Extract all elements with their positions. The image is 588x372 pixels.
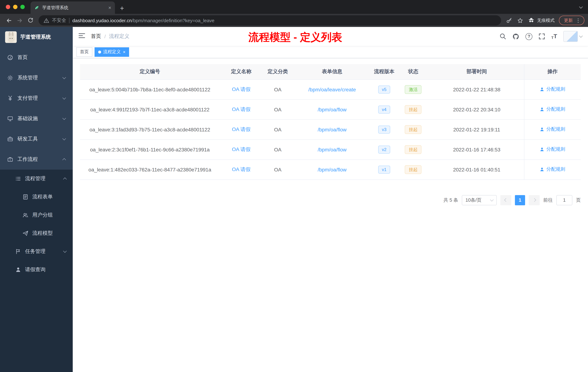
cell-deploy-time: 2022-01-22 19:19:11 bbox=[430, 119, 524, 139]
cell-status: 挂起 bbox=[397, 99, 430, 119]
version-badge: v1 bbox=[378, 165, 390, 174]
browser-tab[interactable]: 芋道管理系统 × bbox=[31, 1, 115, 14]
cell-category: OA bbox=[263, 159, 293, 179]
cell-status: 挂起 bbox=[397, 159, 430, 179]
breadcrumb-separator: / bbox=[104, 33, 106, 39]
toolbox-icon bbox=[7, 136, 13, 142]
sidebar: 芋道管理系统 首页 系统管理 支付管理 基 bbox=[0, 27, 73, 372]
chrome-update-button[interactable]: 更新 ⋮ bbox=[559, 16, 584, 25]
password-key-button[interactable] bbox=[504, 15, 514, 25]
tab-close-icon[interactable]: × bbox=[108, 5, 111, 11]
sidebar-item-process-models[interactable]: 流程模型 bbox=[0, 224, 73, 242]
sidebar-item-label: 流程模型 bbox=[32, 230, 66, 237]
tag-home[interactable]: 首页 bbox=[76, 47, 92, 57]
column-header-category: 定义分类 bbox=[263, 64, 293, 79]
sidebar-item-process-management[interactable]: 流程管理 bbox=[0, 170, 73, 188]
definition-name-link[interactable]: OA 请假 bbox=[220, 159, 263, 179]
version-badge: v5 bbox=[378, 85, 390, 93]
table-row: oa_leave:2:3c1f0ef1-76b1-11ec-9c66-a2380… bbox=[80, 139, 581, 159]
assign-rule-button[interactable]: 分配规则 bbox=[540, 106, 565, 113]
fullscreen-icon[interactable] bbox=[538, 33, 545, 40]
sidebar-item-label: 基础设施 bbox=[17, 115, 59, 122]
sidebar-item-system-management[interactable]: 系统管理 bbox=[0, 68, 73, 88]
search-icon[interactable] bbox=[500, 33, 506, 40]
current-page-button[interactable]: 1 bbox=[515, 195, 525, 205]
update-label: 更新 bbox=[564, 17, 573, 23]
form-link[interactable]: /bpm/oa/leave/create bbox=[293, 79, 371, 99]
refresh-button[interactable] bbox=[25, 15, 36, 25]
chevron-up-icon bbox=[62, 158, 66, 162]
sidebar-item-task-management[interactable]: 任务管理 bbox=[0, 242, 73, 261]
help-button[interactable]: ? bbox=[525, 33, 532, 40]
hamburger-menu-button[interactable] bbox=[79, 33, 85, 40]
tag-close-icon[interactable]: × bbox=[123, 50, 126, 54]
tab-title: 芋道管理系统 bbox=[42, 5, 105, 11]
breadcrumb-home[interactable]: 首页 bbox=[91, 33, 101, 40]
page-size-select[interactable]: 10条/页 bbox=[462, 195, 497, 205]
sidebar-item-label: 请假查询 bbox=[25, 266, 66, 273]
incognito-label: 无痕模式 bbox=[537, 17, 555, 23]
back-button[interactable] bbox=[4, 15, 14, 25]
cell-version: v2 bbox=[371, 139, 397, 159]
url-text: dashboard.yudao.iocoder.cn/bpm/manager/d… bbox=[72, 18, 214, 23]
form-link[interactable]: /bpm/oa/flow bbox=[293, 159, 371, 179]
form-link[interactable]: /bpm/oa/flow bbox=[293, 99, 371, 119]
sidebar-item-label: 任务管理 bbox=[25, 248, 60, 255]
sidebar-item-workflow[interactable]: 工作流程 bbox=[0, 149, 73, 170]
security-label: 不安全 bbox=[52, 17, 66, 24]
text-size-large-glyph: T bbox=[554, 33, 557, 40]
menu-dots-icon[interactable]: ⋮ bbox=[576, 17, 581, 23]
definition-name-link[interactable]: OA 请假 bbox=[220, 119, 263, 139]
table-row: oa_leave:1:482ec033-762a-11ec-8477-a2380… bbox=[80, 159, 581, 179]
goto-label: 前往 bbox=[543, 197, 553, 203]
sidebar-item-dev-tools[interactable]: 研发工具 bbox=[0, 129, 73, 149]
next-page-button[interactable] bbox=[529, 195, 540, 205]
tag-label: 首页 bbox=[80, 49, 89, 55]
form-link[interactable]: /bpm/oa/flow bbox=[293, 139, 371, 159]
github-icon[interactable] bbox=[512, 33, 519, 40]
assign-rule-button[interactable]: 分配规则 bbox=[540, 126, 565, 133]
bookmark-star-button[interactable] bbox=[515, 15, 525, 25]
forward-button[interactable] bbox=[15, 15, 25, 25]
goto-page-input[interactable] bbox=[556, 195, 572, 205]
prev-page-button[interactable] bbox=[500, 195, 511, 205]
status-badge: 激活 bbox=[405, 85, 422, 94]
person-icon bbox=[540, 147, 545, 152]
new-tab-button[interactable]: + bbox=[120, 5, 124, 12]
definition-name-link[interactable]: OA 请假 bbox=[220, 99, 263, 119]
logo-avatar bbox=[5, 31, 17, 43]
window-close-button[interactable] bbox=[6, 5, 10, 9]
assign-rule-button[interactable]: 分配规则 bbox=[540, 86, 565, 93]
refresh-icon bbox=[28, 17, 33, 23]
tab-search-button[interactable] bbox=[580, 3, 582, 10]
app-title: 芋道管理系统 bbox=[20, 34, 51, 40]
assign-rule-button[interactable]: 分配规则 bbox=[540, 146, 565, 153]
tag-process-definition[interactable]: 流程定义 × bbox=[94, 47, 129, 57]
gear-icon bbox=[7, 75, 13, 81]
list-icon bbox=[15, 176, 21, 182]
paper-plane-icon bbox=[22, 230, 28, 236]
sidebar-item-payment-management[interactable]: 支付管理 bbox=[0, 88, 73, 109]
cell-definition-id: oa_leave:5:004b710b-7b8a-11ec-8ef0-acde4… bbox=[80, 79, 220, 99]
address-bar[interactable]: 不安全 dashboard.yudao.iocoder.cn/bpm/manag… bbox=[39, 15, 501, 25]
app-shell: 芋道管理系统 首页 系统管理 支付管理 基 bbox=[0, 27, 588, 372]
sidebar-item-home[interactable]: 首页 bbox=[0, 47, 73, 68]
definition-name-link[interactable]: OA 请假 bbox=[220, 79, 263, 99]
screen: 芋道管理系统 × + 不安全 dashboard.yudao.iocoder.c… bbox=[0, 0, 588, 372]
window-zoom-button[interactable] bbox=[20, 5, 25, 9]
form-link[interactable]: /bpm/oa/flow bbox=[293, 119, 371, 139]
sidebar-item-process-forms[interactable]: 流程表单 bbox=[0, 188, 73, 206]
user-avatar-menu[interactable] bbox=[563, 31, 582, 42]
active-dot bbox=[98, 50, 101, 53]
sidebar-item-infrastructure[interactable]: 基础设施 bbox=[0, 109, 73, 129]
person-icon bbox=[540, 87, 545, 92]
avatar bbox=[563, 31, 578, 42]
window-minimize-button[interactable] bbox=[13, 5, 17, 9]
assign-rule-button[interactable]: 分配规则 bbox=[540, 166, 565, 173]
font-size-button[interactable]: TT bbox=[551, 33, 557, 40]
flag-icon bbox=[15, 249, 21, 254]
sidebar-item-user-groups[interactable]: 用户分组 bbox=[0, 206, 73, 224]
definition-name-link[interactable]: OA 请假 bbox=[220, 139, 263, 159]
chevron-left-icon bbox=[504, 198, 508, 202]
sidebar-item-leave-query[interactable]: 请假查询 bbox=[0, 261, 73, 279]
